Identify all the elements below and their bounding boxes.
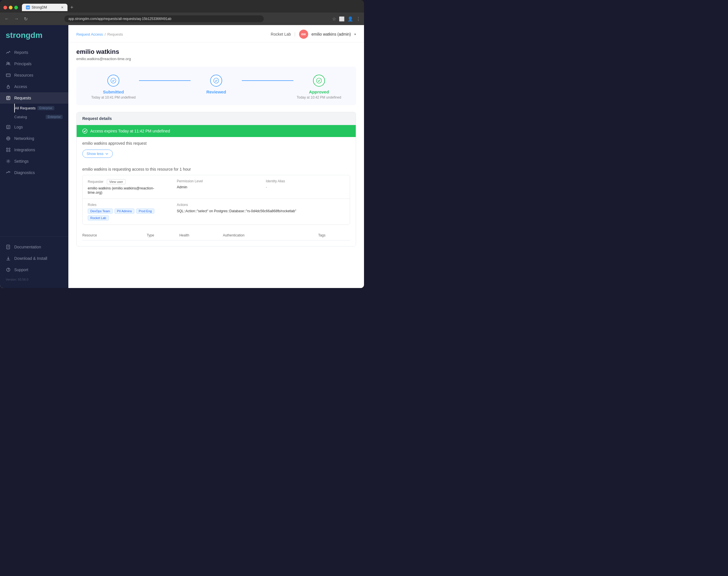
submitted-time: Today at 10:41 PM undefined [91, 95, 136, 99]
breadcrumb-current: Requests [107, 32, 123, 36]
svg-point-17 [9, 150, 10, 152]
sidebar-label-logs: Logs [14, 125, 23, 129]
user-name-display[interactable]: emilio watkins (admin) [312, 32, 351, 36]
sidebar-item-settings[interactable]: Settings [0, 155, 68, 167]
download-icon [6, 256, 11, 261]
sidebar-label-settings: Settings [14, 159, 29, 164]
sidebar-item-resources[interactable]: Resources [0, 69, 68, 81]
sidebar-item-diagnostics[interactable]: Diagnostics [0, 167, 68, 178]
sidebar-item-access[interactable]: Access [0, 81, 68, 92]
sidebar-item-principals[interactable]: Principals [0, 58, 68, 69]
more-options-button[interactable]: ⋮ [356, 16, 360, 22]
svg-point-0 [7, 62, 8, 64]
access-banner: Access expires Today at 11:42 PM undefin… [77, 125, 356, 137]
user-menu-chevron[interactable]: ▾ [354, 32, 356, 36]
forward-button[interactable]: → [13, 15, 20, 23]
show-less-label: Show less [87, 151, 104, 156]
url-display: app.strongdm.com/app/requests/all-reques… [68, 17, 171, 21]
documentation-label: Documentation [14, 245, 41, 249]
sidebar-item-reports[interactable]: Reports [0, 47, 68, 58]
sidebar-label-principals: Principals [14, 61, 32, 66]
support-label: Support [14, 267, 28, 272]
col-authentication: Authentication [223, 230, 318, 240]
address-bar[interactable]: app.strongdm.com/app/requests/all-reques… [64, 16, 264, 22]
svg-point-11 [8, 138, 9, 139]
approved-label: Approved [309, 89, 329, 94]
col-health: Health [179, 230, 223, 240]
org-divider: | [294, 32, 295, 37]
svg-point-1 [8, 63, 10, 64]
sidebar-item-download[interactable]: Download & Install [0, 253, 68, 264]
resource-table: Resource Type Health Authentication Tags [82, 230, 350, 240]
extensions-icon[interactable]: ⬜ [339, 16, 345, 22]
catalog-badge: Enterprise [46, 115, 63, 119]
roles-cell: Roles DevOps Team PII Admins Prod Eng Ro… [83, 199, 172, 225]
sidebar-item-catalog[interactable]: Catalog Enterprise [14, 113, 68, 121]
tab-title: StrongDM [32, 5, 47, 9]
reload-button[interactable]: ↻ [23, 15, 29, 23]
svg-point-25 [111, 78, 116, 83]
reviewed-icon [210, 75, 222, 87]
permission-cell: Permission Level Admin [172, 175, 261, 199]
identity-cell: Identity Alias - [261, 175, 350, 199]
resources-icon [6, 73, 11, 78]
top-bar: Request Access / Requests Rocket Lab | e… [68, 25, 364, 42]
sidebar-label-reports: Reports [14, 50, 28, 55]
sidebar-item-networking[interactable]: Networking [0, 133, 68, 144]
step-reviewed: Reviewed [191, 75, 242, 95]
role-badge-0: DevOps Team [88, 208, 113, 214]
integrations-icon [6, 147, 11, 152]
access-icon [6, 84, 11, 89]
sidebar-item-support[interactable]: Support [0, 264, 68, 276]
catalog-label: Catalog [14, 115, 27, 119]
sidebar-item-all-requests[interactable]: All Requests Enterprise [14, 104, 68, 113]
sidebar-label-diagnostics: Diagnostics [14, 170, 35, 175]
actions-label: Actions [177, 203, 345, 207]
breadcrumb: Request Access / Requests [76, 32, 123, 36]
roles-wrap: DevOps Team PII Admins Prod Eng Rocket L… [88, 208, 167, 221]
version-text: Version: 93.56.0 [0, 276, 68, 283]
step-connector-1 [139, 80, 190, 81]
svg-point-15 [9, 148, 10, 149]
sidebar-label-networking: Networking [14, 136, 34, 141]
role-badge-2: Prod Eng [136, 208, 154, 214]
sidebar-item-requests[interactable]: Requests [0, 92, 68, 104]
documentation-icon [6, 244, 11, 250]
back-button[interactable]: ← [3, 15, 10, 23]
permission-value: Admin [177, 185, 256, 189]
nav-items: Reports Principals Resources [0, 47, 68, 236]
sidebar-item-logs[interactable]: Logs [0, 121, 68, 133]
view-user-button[interactable]: View user [107, 179, 126, 184]
new-tab-button[interactable]: + [70, 5, 74, 10]
sidebar-item-integrations[interactable]: Integrations [0, 144, 68, 155]
step-submitted: Submitted Today at 10:41 PM undefined [88, 75, 139, 99]
sidebar-label-requests: Requests [14, 96, 31, 100]
role-badge-1: PII Admins [115, 208, 135, 214]
tab-close-button[interactable]: ✕ [61, 6, 63, 9]
profile-icon[interactable]: 👤 [348, 16, 353, 22]
sidebar-label-resources: Resources [14, 73, 33, 78]
networking-icon [6, 136, 11, 141]
info-row-2: Roles DevOps Team PII Admins Prod Eng Ro… [83, 199, 350, 225]
page-title: emilio watkins [76, 48, 356, 56]
access-banner-text: Access expires Today at 11:42 PM undefin… [90, 129, 170, 133]
svg-rect-4 [7, 86, 9, 88]
logs-icon [6, 124, 11, 129]
active-tab[interactable]: sd StrongDM ✕ [22, 4, 67, 11]
info-row-1: Requester View user emilio watkins (emil… [83, 175, 350, 199]
breadcrumb-link[interactable]: Request Access [76, 32, 103, 36]
sidebar-item-documentation[interactable]: Documentation [0, 241, 68, 253]
sidebar-label-access: Access [14, 84, 27, 89]
approved-time: Today at 10:42 PM undefined [297, 95, 341, 99]
show-less-button[interactable]: Show less [82, 149, 113, 158]
identity-label: Identity Alias [266, 179, 345, 183]
step-connector-2 [242, 80, 293, 81]
download-label: Download & Install [14, 256, 47, 261]
traffic-light-red[interactable] [3, 6, 7, 9]
traffic-light-green[interactable] [14, 6, 18, 9]
request-info-text: emilio watkins is requesting access to t… [77, 162, 356, 175]
roles-label: Roles [88, 203, 167, 207]
traffic-light-yellow[interactable] [9, 6, 12, 9]
bookmark-icon[interactable]: ☆ [332, 16, 336, 22]
requester-value: emilio watkins (emilio.watkins@reaction-… [88, 186, 167, 195]
